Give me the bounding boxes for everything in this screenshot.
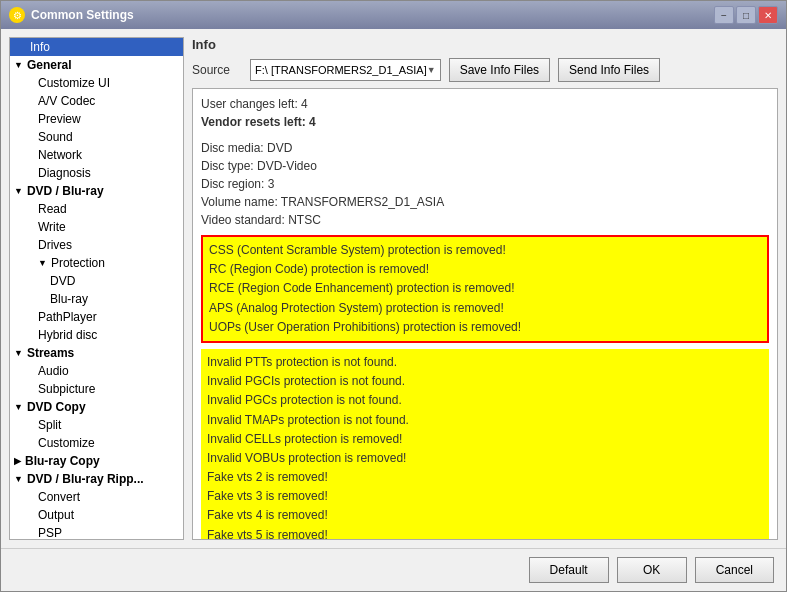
yellow-line-7: Fake vts 3 is removed! <box>207 487 763 506</box>
source-value: F:\ [TRANSFORMERS2_D1_ASIA] <box>255 64 427 76</box>
title-bar-left: ⚙ Common Settings <box>9 7 134 23</box>
sidebar-item-label: DVD <box>50 274 75 288</box>
expand-icon-dvd-bluray: ▼ <box>14 186 23 196</box>
sidebar-item-bluray-protection[interactable]: Blu-ray <box>10 290 183 308</box>
main-window: ⚙ Common Settings − □ ✕ Info ▼ General C… <box>0 0 787 592</box>
sidebar-item-read[interactable]: Read <box>10 200 183 218</box>
protection-line-5: UOPs (User Operation Prohibitions) prote… <box>209 318 761 337</box>
source-label: Source <box>192 63 242 77</box>
expand-icon-streams: ▼ <box>14 348 23 358</box>
minimize-button[interactable]: − <box>714 6 734 24</box>
main-panel: Info Source F:\ [TRANSFORMERS2_D1_ASIA] … <box>192 37 778 540</box>
yellow-line-4: Invalid CELLs protection is removed! <box>207 430 763 449</box>
sidebar-item-streams[interactable]: ▼ Streams <box>10 344 183 362</box>
sidebar-item-label: Convert <box>38 490 80 504</box>
sidebar-item-label: Diagnosis <box>38 166 91 180</box>
sidebar-item-audio[interactable]: Audio <box>10 362 183 380</box>
sidebar-item-label: Info <box>30 40 50 54</box>
sidebar-item-diagnosis[interactable]: Diagnosis <box>10 164 183 182</box>
info-line-disc-media: Disc media: DVD <box>201 139 769 157</box>
protection-line-1: CSS (Content Scramble System) protection… <box>209 241 761 260</box>
sidebar-item-customize-copy[interactable]: Customize <box>10 434 183 452</box>
save-info-button[interactable]: Save Info Files <box>449 58 550 82</box>
sidebar-item-label: Network <box>38 148 82 162</box>
info-spacer-1 <box>201 131 769 139</box>
sidebar-item-label: PathPlayer <box>38 310 97 324</box>
sidebar-item-label: Read <box>38 202 67 216</box>
maximize-button[interactable]: □ <box>736 6 756 24</box>
cancel-button[interactable]: Cancel <box>695 557 774 583</box>
expand-icon-general: ▼ <box>14 60 23 70</box>
sidebar-item-hybrid-disc[interactable]: Hybrid disc <box>10 326 183 344</box>
sidebar-item-bluray-copy[interactable]: ▶ Blu-ray Copy <box>10 452 183 470</box>
sidebar-item-dvd-protection[interactable]: DVD <box>10 272 183 290</box>
sidebar-item-psp[interactable]: PSP <box>10 524 183 540</box>
sidebar-item-pathplayer[interactable]: PathPlayer <box>10 308 183 326</box>
sidebar-item-customize-ui[interactable]: Customize UI <box>10 74 183 92</box>
sidebar-item-label: Output <box>38 508 74 522</box>
close-button[interactable]: ✕ <box>758 6 778 24</box>
title-bar: ⚙ Common Settings − □ ✕ <box>1 1 786 29</box>
sidebar-item-label: Subpicture <box>38 382 95 396</box>
protection-line-3: RCE (Region Code Enhancement) protection… <box>209 279 761 298</box>
panel-title: Info <box>192 37 778 52</box>
sidebar-item-label: Streams <box>27 346 74 360</box>
sidebar-item-sound[interactable]: Sound <box>10 128 183 146</box>
sidebar: Info ▼ General Customize UI A/V Codec Pr… <box>9 37 184 540</box>
sidebar-item-label: Protection <box>51 256 105 270</box>
expand-icon-protection: ▼ <box>38 258 47 268</box>
protection-line-4: APS (Analog Protection System) protectio… <box>209 299 761 318</box>
sidebar-item-av-codec[interactable]: A/V Codec <box>10 92 183 110</box>
info-line-volume-name: Volume name: TRANSFORMERS2_D1_ASIA <box>201 193 769 211</box>
source-dropdown[interactable]: F:\ [TRANSFORMERS2_D1_ASIA] ▼ <box>250 59 441 81</box>
info-line-video-standard: Video standard: NTSC <box>201 211 769 229</box>
sidebar-item-preview[interactable]: Preview <box>10 110 183 128</box>
content-area: Info ▼ General Customize UI A/V Codec Pr… <box>1 29 786 548</box>
info-line-vendor-resets: Vendor resets left: 4 <box>201 113 769 131</box>
yellow-line-8: Fake vts 4 is removed! <box>207 506 763 525</box>
info-line-user-changes: User changes left: 4 <box>201 95 769 113</box>
sidebar-item-label: Audio <box>38 364 69 378</box>
yellow-line-5: Invalid VOBUs protection is removed! <box>207 449 763 468</box>
sidebar-item-convert[interactable]: Convert <box>10 488 183 506</box>
sidebar-item-label: General <box>27 58 72 72</box>
sidebar-item-network[interactable]: Network <box>10 146 183 164</box>
sidebar-item-protection[interactable]: ▼ Protection <box>10 254 183 272</box>
window-title: Common Settings <box>31 8 134 22</box>
sidebar-item-dvd-bluray-ripp[interactable]: ▼ DVD / Blu-ray Ripp... <box>10 470 183 488</box>
app-icon: ⚙ <box>9 7 25 23</box>
sidebar-item-label: Write <box>38 220 66 234</box>
info-content-area: User changes left: 4 Vendor resets left:… <box>192 88 778 540</box>
sidebar-item-general[interactable]: ▼ General <box>10 56 183 74</box>
sidebar-item-output[interactable]: Output <box>10 506 183 524</box>
sidebar-item-label: Preview <box>38 112 81 126</box>
sidebar-item-label: Drives <box>38 238 72 252</box>
sidebar-item-label: Hybrid disc <box>38 328 97 342</box>
yellow-line-6: Fake vts 2 is removed! <box>207 468 763 487</box>
sidebar-item-dvd-copy[interactable]: ▼ DVD Copy <box>10 398 183 416</box>
default-button[interactable]: Default <box>529 557 609 583</box>
sidebar-item-label: Blu-ray Copy <box>25 454 100 468</box>
info-scroll-area[interactable]: User changes left: 4 Vendor resets left:… <box>193 89 777 539</box>
sidebar-item-drives[interactable]: Drives <box>10 236 183 254</box>
sidebar-item-split[interactable]: Split <box>10 416 183 434</box>
send-info-button[interactable]: Send Info Files <box>558 58 660 82</box>
yellow-line-9: Fake vts 5 is removed! <box>207 526 763 539</box>
ok-button[interactable]: OK <box>617 557 687 583</box>
sidebar-item-info[interactable]: Info <box>10 38 183 56</box>
sidebar-item-write[interactable]: Write <box>10 218 183 236</box>
sidebar-item-label: Blu-ray <box>50 292 88 306</box>
yellow-section: Invalid PTTs protection is not found. In… <box>201 349 769 539</box>
sidebar-item-label: DVD / Blu-ray <box>27 184 104 198</box>
sidebar-item-dvd-bluray[interactable]: ▼ DVD / Blu-ray <box>10 182 183 200</box>
sidebar-item-label: DVD Copy <box>27 400 86 414</box>
info-line-disc-type: Disc type: DVD-Video <box>201 157 769 175</box>
sidebar-item-label: PSP <box>38 526 62 540</box>
sidebar-item-label: DVD / Blu-ray Ripp... <box>27 472 144 486</box>
sidebar-item-label: Customize UI <box>38 76 110 90</box>
dropdown-arrow-icon: ▼ <box>427 65 436 75</box>
protection-line-2: RC (Region Code) protection is removed! <box>209 260 761 279</box>
expand-icon-dvd-copy: ▼ <box>14 402 23 412</box>
title-buttons: − □ ✕ <box>714 6 778 24</box>
sidebar-item-subpicture[interactable]: Subpicture <box>10 380 183 398</box>
